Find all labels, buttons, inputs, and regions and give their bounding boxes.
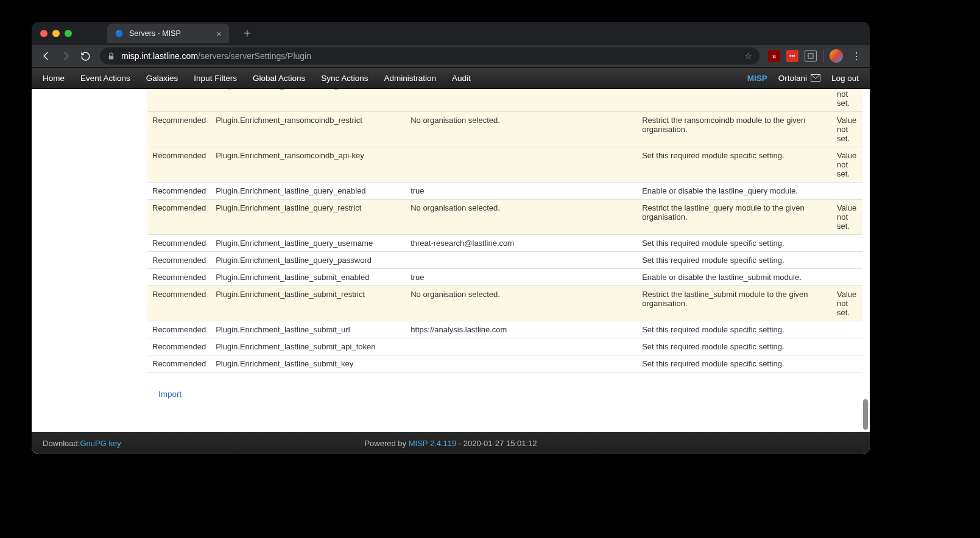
table-row[interactable]: RecommendedPlugin.Enrichment_lastline_qu… [147,252,862,269]
cell-priority: Recommended [147,355,211,372]
nav-audit[interactable]: Audit [452,74,471,83]
nav-global-actions[interactable]: Global Actions [253,74,305,83]
back-button[interactable] [38,47,55,65]
cell-setting: Plugin.Enrichment_lastline_query_restric… [211,200,406,235]
cell-setting: Plugin.Enrichment_lastline_query_enabled [211,183,406,200]
cell-priority: Recommended [147,112,211,147]
browser-toolbar: misp.int.lastline.com/servers/serverSett… [32,45,870,67]
url-text: misp.int.lastline.com/servers/serverSett… [121,51,311,61]
table-row[interactable]: RecommendedPlugin.Enrichment_ransomcoind… [147,112,862,147]
powered-by: Powered by MISP 2.4.119 - 2020-01-27 15:… [364,439,537,448]
cell-description: Restrict the lastline_submit module to t… [637,286,832,321]
cell-error [832,355,862,372]
bookmark-icon[interactable]: ☆ [744,51,752,61]
cell-description: Set this required module specific settin… [637,252,832,269]
table-row[interactable]: RecommendedPlugin.Enrichment_lastline_su… [147,269,862,286]
powered-link[interactable]: MISP 2.4.119 [409,439,457,448]
close-window-icon[interactable] [40,30,48,37]
table-row[interactable]: RecommendedPlugin.Enrichment_lastline_qu… [147,183,862,200]
table-row[interactable]: RecommendedPlugin.Enrichment_lastline_su… [147,355,862,372]
cell-description: Set this required module specific settin… [637,321,832,338]
cell-setting: Plugin.Enrichment_ransomcoindb_enabled [211,89,406,112]
reader-icon[interactable] [805,50,817,62]
cell-error [832,252,862,269]
scrollbar[interactable] [862,89,869,454]
svg-rect-0 [808,54,813,58]
url-domain: misp.int.lastline.com [121,51,198,61]
cell-error [832,321,862,338]
cell-value: true [406,183,637,200]
cell-priority: Recommended [147,252,211,269]
cell-priority: Recommended [147,269,211,286]
lastpass-icon[interactable]: ••• [786,50,798,62]
minimize-window-icon[interactable] [52,30,60,37]
ublock-icon[interactable]: u [768,50,780,62]
new-tab-button[interactable]: + [240,27,255,41]
table-row[interactable]: RecommendedPlugin.Enrichment_ransomcoind… [147,89,862,112]
cell-error [832,183,862,200]
cell-description: Enable or disable the lastline_query mod… [637,183,832,200]
cell-setting: Plugin.Enrichment_lastline_query_passwor… [211,252,406,269]
lock-icon [107,52,115,60]
cell-error: Value not set. [832,147,862,183]
nav-menu: Home Event Actions Galaxies Input Filter… [43,74,471,83]
cell-priority: Recommended [147,200,211,235]
browser-tab[interactable]: 🔵 Servers - MISP × [107,24,229,43]
table-row[interactable]: RecommendedPlugin.Enrichment_lastline_su… [147,321,862,338]
cell-error [832,235,862,252]
nav-home[interactable]: Home [43,74,65,83]
cell-value: threat-research@lastline.com [406,235,637,252]
nav-sync-actions[interactable]: Sync Actions [321,74,368,83]
nav-galaxies[interactable]: Galaxies [146,74,178,83]
gnupg-link[interactable]: GnuPG key [80,439,121,448]
cell-priority: Recommended [147,147,211,183]
maximize-window-icon[interactable] [65,30,72,37]
cell-description: Restrict the ransomcoindb module to the … [637,112,832,147]
address-bar[interactable]: misp.int.lastline.com/servers/serverSett… [100,47,760,65]
cell-value: No organisation selected. [406,200,637,235]
cell-priority: Recommended [147,89,211,112]
cell-value: true [406,269,637,286]
nav-event-actions[interactable]: Event Actions [80,74,130,83]
table-row[interactable]: RecommendedPlugin.Enrichment_lastline_qu… [147,235,862,252]
profile-avatar[interactable] [830,49,843,63]
forward-button[interactable] [57,47,74,65]
cell-error: Value not set. [832,286,862,321]
powered-prefix: Powered by [364,439,408,448]
cell-value: No organisation selected. [406,286,637,321]
sidebar [32,89,147,454]
user-name[interactable]: Ortolani [778,74,807,83]
favicon-icon: 🔵 [115,29,124,38]
cell-setting: Plugin.Enrichment_lastline_submit_key [211,355,406,372]
url-path: /servers/serverSettings/Plugin [198,51,311,61]
import-link[interactable]: Import [158,390,862,399]
nav-administration[interactable]: Administration [384,74,437,83]
envelope-icon[interactable] [811,74,820,82]
table-row[interactable]: RecommendedPlugin.Enrichment_lastline_su… [147,338,862,355]
brand-link[interactable]: MISP [747,74,767,83]
cell-priority: Recommended [147,321,211,338]
cell-value [406,252,637,269]
cell-description: Set this required module specific settin… [637,338,832,355]
cell-priority: Recommended [147,183,211,200]
cell-error: Value not set. [832,89,862,112]
browser-menu-icon[interactable]: ⋮ [849,51,864,62]
cell-priority: Recommended [147,338,211,355]
table-row[interactable]: RecommendedPlugin.Enrichment_lastline_su… [147,286,862,321]
tab-bar: 🔵 Servers - MISP × + [32,22,870,45]
powered-suffix: - 2020-01-27 15:01:12 [456,439,537,448]
table-row[interactable]: RecommendedPlugin.Enrichment_lastline_qu… [147,200,862,235]
scrollbar-thumb[interactable] [863,399,868,430]
cell-setting: Plugin.Enrichment_lastline_submit_api_to… [211,338,406,355]
close-tab-icon[interactable]: × [216,29,222,38]
tab-title: Servers - MISP [129,29,181,38]
settings-table: RecommendedPlugin.Enrichment_ransomcoind… [147,89,862,372]
logout-link[interactable]: Log out [831,74,859,83]
cell-value: https://analysis.lastline.com [406,321,637,338]
cell-setting: Plugin.Enrichment_lastline_submit_enable… [211,269,406,286]
table-row[interactable]: RecommendedPlugin.Enrichment_ransomcoind… [147,147,862,183]
nav-input-filters[interactable]: Input Filters [194,74,237,83]
reload-button[interactable] [77,47,94,65]
cell-description: Enable or disable the lastline_submit mo… [637,269,832,286]
cell-value: false [406,89,637,112]
